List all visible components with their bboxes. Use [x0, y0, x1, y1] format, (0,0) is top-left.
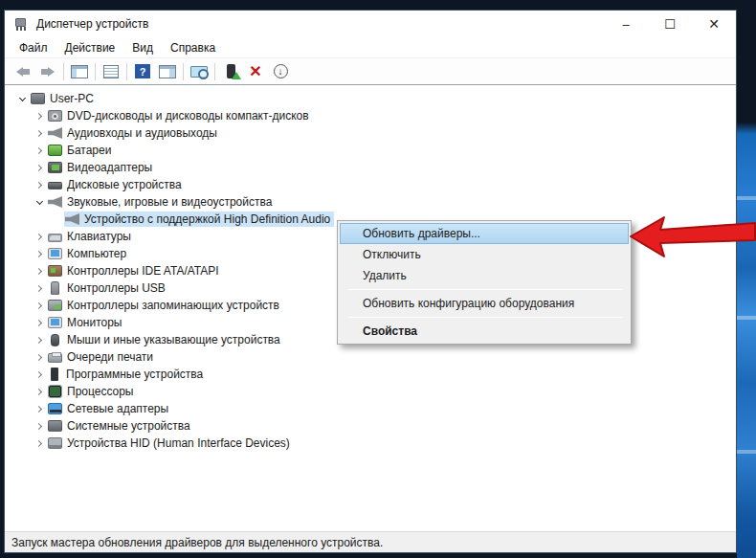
- network-adapter-icon: [48, 403, 62, 414]
- tree-item-label: Видеоадаптеры: [67, 161, 152, 174]
- tree-row[interactable]: Дисковые устройства: [5, 176, 736, 193]
- tree-item-content[interactable]: Контроллеры USB: [47, 280, 169, 296]
- tree-item-label: Батареи: [67, 144, 111, 157]
- tree-item-label: Устройства HID (Human Interface Devices): [67, 436, 290, 450]
- chevron-right-icon[interactable]: [32, 160, 47, 175]
- tree-item-content[interactable]: Процессоры: [47, 384, 138, 399]
- context-menu-item[interactable]: Удалить: [340, 265, 629, 286]
- tree-item-content[interactable]: Батареи: [47, 143, 115, 158]
- maximize-button[interactable]: ☐: [648, 11, 692, 37]
- tree-row[interactable]: Видеоадаптеры: [5, 159, 736, 176]
- menu-view[interactable]: Вид: [123, 38, 162, 57]
- tree-item-content[interactable]: Видеоадаптеры: [47, 160, 156, 175]
- minimize-button[interactable]: –: [604, 11, 648, 37]
- wallpaper-beam: [737, 196, 756, 200]
- chevron-right-icon[interactable]: [32, 418, 47, 434]
- chevron-right-icon[interactable]: [32, 229, 47, 244]
- tree-row[interactable]: Системные устройства: [5, 417, 736, 435]
- tree-item-content[interactable]: Мыши и иные указывающие устройства: [47, 332, 284, 347]
- uninstall-icon[interactable]: ✕: [243, 60, 268, 83]
- chevron-glyph: [34, 233, 41, 239]
- chevron-right-icon[interactable]: [32, 298, 47, 313]
- tree-item-label: Процессоры: [67, 385, 134, 398]
- tree-item-content[interactable]: Клавиатуры: [47, 229, 135, 244]
- tree-row[interactable]: Звуковые, игровые и видеоустройства: [5, 193, 736, 211]
- tree-item-label: Сетевые адаптеры: [67, 402, 168, 415]
- tree-row[interactable]: Программные устройства: [5, 366, 736, 383]
- tree-item-content[interactable]: Мониторы: [47, 315, 125, 330]
- tree-item-content[interactable]: Программные устройства: [47, 367, 207, 382]
- menu-file[interactable]: Файл: [11, 38, 56, 57]
- console-tree-icon[interactable]: [67, 60, 92, 83]
- update-driver-icon: [227, 64, 235, 78]
- properties-icon[interactable]: [99, 60, 123, 83]
- tree-row[interactable]: Аудиовходы и аудиовыходы: [5, 124, 736, 142]
- tree-item-content[interactable]: Контроллеры IDE ATA/ATAPI: [47, 263, 223, 279]
- tree-row[interactable]: Процессоры: [5, 383, 736, 400]
- update-driver-icon[interactable]: [218, 60, 243, 83]
- chevron-right-icon[interactable]: [32, 332, 47, 347]
- chevron-right-icon[interactable]: [32, 435, 47, 451]
- forward-icon[interactable]: [35, 60, 60, 83]
- menu-action[interactable]: Действие: [56, 38, 124, 57]
- chevron-right-icon[interactable]: [32, 401, 47, 416]
- context-menu-item[interactable]: Обновить конфигурацию оборудования: [340, 293, 629, 314]
- menu-help[interactable]: Справка: [162, 38, 224, 57]
- tree-row[interactable]: Сетевые адаптеры: [5, 400, 736, 417]
- tree-item-content[interactable]: Аудиовходы и аудиовыходы: [47, 125, 221, 141]
- back-icon: [16, 67, 30, 77]
- tree-item-content[interactable]: Устройства HID (Human Interface Devices): [47, 435, 294, 451]
- status-bar: Запуск мастера обновления драйверов для …: [5, 531, 736, 552]
- chevron-right-icon[interactable]: [32, 108, 47, 123]
- tree-item-content[interactable]: Устройство с поддержкой High Definition …: [64, 212, 334, 227]
- tree-item-label: Мониторы: [67, 316, 122, 329]
- chevron-right-icon[interactable]: [32, 263, 47, 279]
- sound-device-icon: [48, 196, 62, 208]
- tree-row[interactable]: Батареи: [5, 142, 736, 159]
- tree-item-content[interactable]: Дисковые устройства: [47, 177, 186, 192]
- chevron-right-icon[interactable]: [32, 125, 47, 141]
- context-menu-item[interactable]: Отключить: [340, 244, 629, 265]
- tree-item-content[interactable]: Контроллеры запоминающих устройств: [47, 298, 283, 313]
- close-button[interactable]: ✕: [692, 11, 736, 37]
- tree-item-content[interactable]: Звуковые, игровые и видеоустройства: [47, 194, 276, 210]
- tree-item-content[interactable]: Системные устройства: [47, 418, 194, 434]
- tree-item-content[interactable]: Очереди печати: [47, 349, 157, 365]
- context-menu-item[interactable]: Обновить драйверы...: [340, 223, 629, 244]
- tree-item-content[interactable]: DVD-дисководы и дисководы компакт-дисков: [47, 108, 313, 123]
- device-manager-icon: [13, 17, 29, 32]
- chevron-down-icon[interactable]: [14, 91, 30, 106]
- system-device-icon: [48, 420, 62, 432]
- context-menu-item[interactable]: Свойства: [340, 321, 629, 342]
- tree-row[interactable]: Очереди печати: [5, 348, 736, 366]
- chevron-right-icon[interactable]: [32, 143, 47, 158]
- scan-hardware-icon[interactable]: [187, 60, 211, 83]
- tree-item-content[interactable]: Сетевые адаптеры: [47, 401, 172, 416]
- chevron-right-icon[interactable]: [32, 246, 47, 261]
- disable-icon[interactable]: ↓: [268, 60, 293, 83]
- tree-row[interactable]: Устройства HID (Human Interface Devices): [5, 435, 736, 452]
- computer-icon: [31, 93, 45, 104]
- tree-item-label: Контроллеры IDE ATA/ATAPI: [67, 264, 219, 278]
- wallpaper-beam: [737, 316, 756, 320]
- chevron-glyph: [34, 353, 41, 360]
- chevron-right-icon[interactable]: [32, 177, 47, 192]
- help-icon[interactable]: ?: [130, 60, 155, 83]
- back-icon[interactable]: [11, 60, 35, 83]
- menu-bar: ФайлДействиеВидСправка: [5, 37, 736, 58]
- tree-item-content[interactable]: User-PC: [30, 91, 98, 106]
- chevron-right-icon[interactable]: [32, 280, 47, 296]
- chevron-glyph: [34, 319, 41, 325]
- chevron-right-icon[interactable]: [32, 315, 47, 330]
- export-list-icon[interactable]: [155, 60, 180, 83]
- chevron-glyph: [35, 197, 42, 204]
- tree-row[interactable]: DVD-дисководы и дисководы компакт-дисков: [5, 107, 736, 124]
- chevron-right-icon[interactable]: [32, 367, 47, 382]
- battery-icon: [48, 145, 62, 156]
- tree-row[interactable]: User-PC: [5, 90, 736, 107]
- chevron-right-icon[interactable]: [32, 384, 47, 399]
- chevron-right-icon[interactable]: [32, 349, 47, 365]
- chevron-down-icon[interactable]: [32, 194, 47, 210]
- tree-item-content[interactable]: Компьютер: [47, 246, 130, 261]
- title-bar[interactable]: Диспетчер устройств – ☐ ✕: [5, 11, 736, 37]
